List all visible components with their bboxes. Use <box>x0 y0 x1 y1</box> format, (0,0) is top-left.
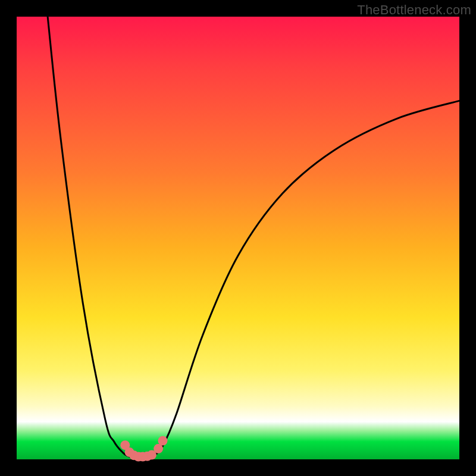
curve-line <box>48 17 459 458</box>
valley-markers <box>120 436 167 462</box>
bottleneck-curve <box>48 17 459 458</box>
valley-marker <box>158 436 168 446</box>
chart-frame <box>17 17 459 459</box>
watermark-text: TheBottleneck.com <box>357 2 471 18</box>
chart-svg <box>17 17 459 459</box>
